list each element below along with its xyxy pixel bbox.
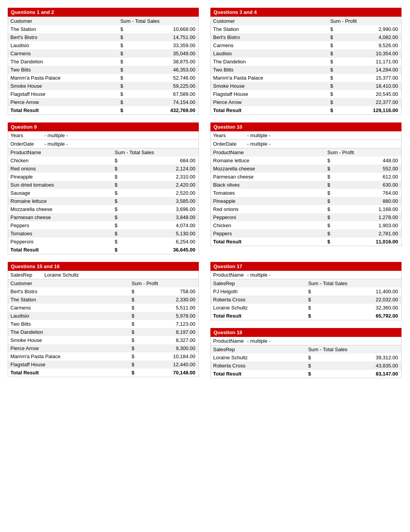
- table-row: Red onions$1,168.00: [211, 205, 402, 213]
- section-q17: Question 17 ProductName - multiple - Sal…: [210, 262, 402, 320]
- table-row: Chicken$1,903.00: [211, 221, 402, 229]
- col-header-salesrep-q17: SalesRep: [211, 279, 306, 287]
- col-header-sales-q18: Sum - Total Sales: [306, 345, 401, 354]
- section-q18: Question 18 ProductName - multiple - Sal…: [210, 328, 402, 378]
- col-header-customer-q15: Customer: [8, 279, 129, 287]
- section-title-q18: Question 18: [210, 328, 402, 337]
- total-row: Total Result$36,645.00: [8, 246, 199, 254]
- table-row: Carmens$35,049.00: [8, 49, 199, 58]
- col-header-product-q10: ProductName: [211, 148, 325, 156]
- table-row: Bert's Bistro$758.00: [8, 287, 199, 296]
- table-row: Pierce Arrow$74,154.00: [8, 98, 199, 106]
- table-row: Tomatoes$5,130.00: [8, 229, 199, 238]
- section-title-q3-4: Questions 3 and 4: [210, 8, 402, 17]
- table-row: Flagstaff House$67,589.00: [8, 90, 199, 98]
- total-row: Total Result$432,769.00: [8, 106, 199, 115]
- col-header-sales-q9: Sum - Total Sales: [112, 148, 198, 156]
- table-row: Pepperoni$1,278.00: [211, 213, 402, 221]
- total-row: Total Result$65,792.00: [211, 312, 402, 320]
- table-row: Chicken$684.00: [8, 156, 199, 165]
- table-row: Sausage$2,520.00: [8, 189, 199, 197]
- col-header-profit-q10: Sum - Profit: [325, 148, 401, 156]
- total-row: Total Result$129,116.00: [211, 106, 402, 115]
- table-row: The Dandelion$11,171.00: [211, 58, 402, 66]
- table-row: Romaine lettuce$3,585.00: [8, 197, 199, 205]
- table-row: Sun dried tomatoes$2,420.00: [8, 181, 199, 189]
- table-row: The Dandelion$38,875.00: [8, 58, 199, 66]
- table-row: Roberta Cross$22,032.00: [211, 296, 402, 304]
- filter-salesrep-q15: SalesRep Loraine Schultz: [8, 271, 199, 279]
- table-row: Loraine Schultz$39,312.00: [211, 354, 402, 362]
- table-row: Smoke House$8,327.00: [8, 336, 199, 344]
- table-row: Peppers$2,781.00: [211, 229, 402, 238]
- col-header-customer-q1: Customer: [8, 17, 118, 25]
- table-row: The Station$2,330.00: [8, 296, 199, 304]
- section-title-q17: Question 17: [210, 262, 402, 271]
- filter-productname-q17: ProductName - multiple -: [210, 271, 402, 279]
- total-row: Total Result$83,147.00: [211, 370, 402, 378]
- section-title-q10: Question 10: [210, 122, 402, 131]
- table-row: Mamm'a Pasta Palace$15,377.00: [211, 74, 402, 82]
- table-row: Two Bitts$46,353.00: [8, 66, 199, 74]
- table-row: Red onions$2,124.00: [8, 165, 199, 173]
- table-row: The Station$10,668.00: [8, 25, 199, 33]
- section-q3-4: Questions 3 and 4 Customer Sum - Profit …: [210, 8, 402, 115]
- table-row: Loraine Schultz$32,360.00: [211, 304, 402, 312]
- section-q10: Question 10 Years - multiple - OrderDate…: [210, 122, 402, 254]
- table-row: Carmens$5,511.00: [8, 304, 199, 312]
- table-row: Peppers$4,074.00: [8, 221, 199, 229]
- table-row: Laudisio$33,359.00: [8, 41, 199, 49]
- table-row: Mozzarella cheese$552.00: [211, 165, 402, 173]
- section-title-q15-16: Questions 15 and 16: [8, 262, 199, 271]
- table-row: Pineapple$2,310.00: [8, 173, 199, 181]
- filter-productname-q18: ProductName - multiple -: [210, 337, 402, 345]
- table-row: Smoke House$18,410.00: [211, 82, 402, 90]
- table-row: Mamm'a Pasta Palace$10,184.00: [8, 352, 199, 360]
- table-row: The Dandelion$8,197.00: [8, 328, 199, 336]
- table-row: Pierce Arrow$22,377.00: [211, 98, 402, 106]
- filter-orderdate-q10: OrderDate - multiple -: [210, 140, 402, 148]
- table-row: Carmens$9,526.00: [211, 41, 402, 49]
- table-row: Flagstaff House$20,545.00: [211, 90, 402, 98]
- table-row: Bert's Bistro$14,751.00: [8, 33, 199, 41]
- table-row: Two Bitts$14,284.00: [211, 66, 402, 74]
- table-row: Bert's Bistro$4,082.00: [211, 33, 402, 41]
- table-row: Laudisio$5,978.00: [8, 312, 199, 320]
- col-header-sales-q1: Sum - Total Sales: [118, 17, 199, 25]
- section-q15-16: Questions 15 and 16 SalesRep Loraine Sch…: [8, 262, 199, 378]
- col-header-salesrep-q18: SalesRep: [211, 345, 306, 354]
- total-row: Total Result$70,148.00: [8, 369, 199, 377]
- table-row: Parmesan cheese$612.00: [211, 173, 402, 181]
- table-row: Pepperoni$6,254.00: [8, 238, 199, 246]
- table-row: The Station$2,990.00: [211, 25, 402, 33]
- filter-years-q9: Years - multiple -: [8, 131, 199, 140]
- table-row: PJ Helgoth$11,400.00: [211, 287, 402, 296]
- table-row: Black olives$630.00: [211, 181, 402, 189]
- table-row: Mamm'a Pasta Palace$52,746.00: [8, 74, 199, 82]
- section-q1-2: Questions 1 and 2 Customer Sum - Total S…: [8, 8, 199, 115]
- table-row: Tomatoes$764.00: [211, 189, 402, 197]
- filter-years-q10: Years - multiple -: [210, 131, 402, 140]
- filter-orderdate-q9: OrderDate - multiple -: [8, 140, 199, 148]
- table-row: Roberta Cross$43,835.00: [211, 362, 402, 370]
- total-row: Total Result$11,016.00: [211, 238, 402, 246]
- table-row: Pierce Arrow$9,300.00: [8, 344, 199, 352]
- col-header-profit-q3: Sum - Profit: [328, 17, 401, 25]
- col-header-profit-q15: Sum - Profit: [129, 279, 199, 287]
- section-title-q1-2: Questions 1 and 2: [8, 8, 199, 17]
- section-q9: Question 9 Years - multiple - OrderDate …: [8, 122, 199, 254]
- table-row: Romaine lettuce$448.00: [211, 156, 402, 165]
- table-row: Pineapple$880.00: [211, 197, 402, 205]
- col-header-product-q9: ProductName: [8, 148, 113, 156]
- col-header-customer-q3: Customer: [211, 17, 328, 25]
- table-row: Two Bitts$7,123.00: [8, 320, 199, 328]
- table-row: Laudisio$10,354.00: [211, 49, 402, 58]
- section-title-q9: Question 9: [8, 122, 199, 131]
- table-row: Parmesan cheese$3,848.00: [8, 213, 199, 221]
- table-row: Flagstaff House$12,440.00: [8, 360, 199, 369]
- col-header-sales-q17: Sum - Total Sales: [306, 279, 401, 287]
- table-row: Mozzarella cheese$3,696.00: [8, 205, 199, 213]
- table-row: Smoke House$59,225.00: [8, 82, 199, 90]
